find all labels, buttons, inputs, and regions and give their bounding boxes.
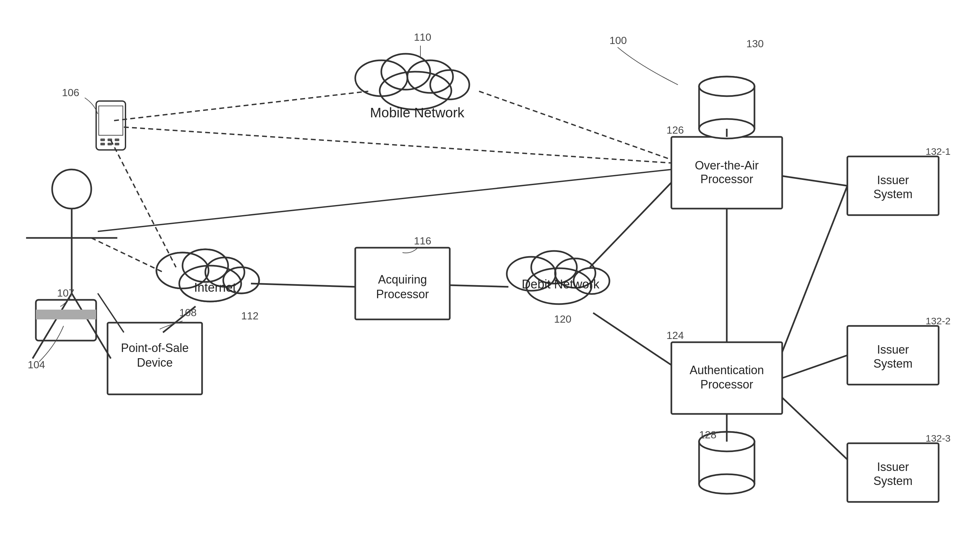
ref-110: 110 [414, 31, 431, 43]
ref-108: 108 [179, 307, 197, 318]
svg-rect-10 [115, 138, 119, 141]
ref-120: 120 [554, 313, 571, 325]
over-the-air-label-2: Processor [700, 173, 753, 186]
ref-132-3: 132-3 [926, 433, 951, 444]
ref-128: 128 [699, 429, 716, 441]
over-the-air-label: Over-the-Air [695, 159, 759, 172]
ref-106: 106 [62, 87, 79, 98]
ref-100: 100 [609, 34, 627, 46]
point-of-sale-label-2: Device [137, 356, 173, 369]
mobile-network-label: Mobile Network [370, 105, 464, 120]
ref-130: 130 [746, 38, 763, 49]
ref-126: 126 [666, 124, 684, 136]
svg-rect-11 [100, 143, 105, 145]
svg-point-61 [699, 77, 754, 96]
ref-104: 104 [28, 359, 45, 371]
svg-rect-12 [107, 143, 112, 145]
ref-112: 112 [241, 310, 259, 322]
issuer-system-2-label-2: System [873, 357, 913, 370]
issuer-system-1-label-2: System [873, 187, 913, 201]
authentication-processor-label-2: Processor [700, 378, 753, 391]
acquiring-processor-label-2: Processor [376, 287, 429, 301]
svg-rect-8 [100, 138, 105, 141]
issuer-system-1-label: Issuer [877, 173, 909, 187]
svg-rect-13 [115, 143, 119, 145]
debit-network-label: Debit Network [522, 277, 600, 291]
issuer-system-3-label-2: System [873, 474, 913, 488]
ref-116: 116 [414, 235, 431, 247]
svg-rect-0 [0, 0, 980, 557]
ref-132-1: 132-1 [926, 146, 951, 157]
internet-label: Internet [194, 281, 236, 294]
ref-132-2: 132-2 [926, 316, 951, 326]
ref-107: 107 [57, 287, 74, 299]
authentication-processor-label: Authentication [690, 363, 764, 377]
acquiring-processor-label: Acquiring [378, 273, 427, 286]
svg-point-66 [699, 474, 754, 494]
issuer-system-2-label: Issuer [877, 343, 909, 356]
svg-rect-15 [36, 309, 96, 319]
ref-124: 124 [666, 329, 684, 341]
issuer-system-3-label: Issuer [877, 460, 909, 474]
point-of-sale-label: Point-of-Sale [121, 341, 189, 355]
